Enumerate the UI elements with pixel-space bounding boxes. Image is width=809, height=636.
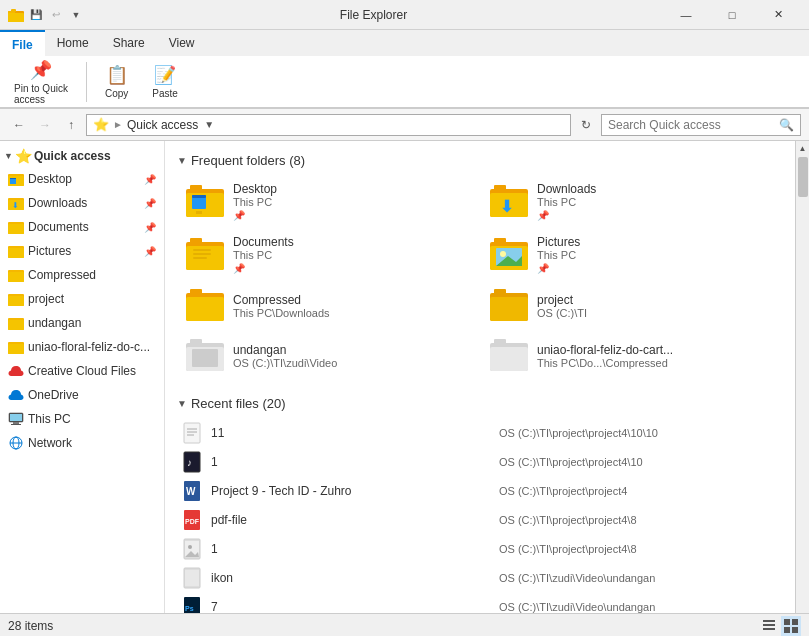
- sidebar-item-documents[interactable]: Documents 📌: [0, 215, 164, 239]
- sidebar-item-pictures[interactable]: Pictures 📌: [0, 239, 164, 263]
- documents-folder-name: Documents: [233, 235, 471, 249]
- sidebar-item-compressed[interactable]: Compressed: [0, 263, 164, 287]
- quickaccess-chevron-icon: ▼: [4, 151, 13, 161]
- folder-item-compressed[interactable]: Compressed This PC\Downloads: [177, 282, 479, 330]
- svg-rect-87: [792, 619, 798, 625]
- pin-icon: 📌: [144, 174, 156, 185]
- view-details-button[interactable]: [759, 616, 779, 636]
- tab-home[interactable]: Home: [45, 30, 101, 56]
- view-buttons: [759, 616, 801, 636]
- star-icon: ⭐: [15, 148, 32, 164]
- svg-rect-32: [190, 185, 202, 191]
- onedrive-label: OneDrive: [28, 388, 156, 402]
- compressed-folder-name: Compressed: [233, 293, 471, 307]
- svg-rect-85: [763, 628, 775, 630]
- view-tiles-button[interactable]: [781, 616, 801, 636]
- downloads-label: Downloads: [28, 196, 140, 210]
- file-path-7-ps: OS (C:)\TI\zudi\Video\undangan: [499, 601, 779, 613]
- file-item-pdf[interactable]: PDF pdf-file OS (C:)\TI\project\project4…: [177, 506, 783, 534]
- maximize-button[interactable]: □: [709, 0, 755, 30]
- scroll-up-button[interactable]: ▲: [796, 141, 810, 155]
- file-icon-photoshop: Ps: [181, 596, 203, 613]
- sidebar-quickaccess-header[interactable]: ▼ ⭐ Quick access: [0, 145, 164, 167]
- ribbon-copy-btn[interactable]: 📋 Copy: [99, 60, 134, 103]
- up-button[interactable]: ↑: [60, 114, 82, 136]
- ribbon-paste-btn[interactable]: 📝 Paste: [146, 60, 184, 103]
- sidebar-item-project[interactable]: project: [0, 287, 164, 311]
- sidebar-item-onedrive[interactable]: OneDrive: [0, 383, 164, 407]
- search-icon: 🔍: [779, 118, 794, 132]
- folder-item-downloads[interactable]: ⬇ Downloads This PC 📌: [481, 176, 783, 227]
- refresh-button[interactable]: ↻: [575, 114, 597, 136]
- svg-text:W: W: [186, 486, 196, 497]
- dropdown-icon[interactable]: ▼: [68, 7, 84, 23]
- folder-item-project[interactable]: project OS (C:)\TI: [481, 282, 783, 330]
- file-item-11[interactable]: 11 OS (C:)\TI\project\project4\10\10: [177, 419, 783, 447]
- sidebar-item-uniao[interactable]: uniao-floral-feliz-do-c...: [0, 335, 164, 359]
- svg-rect-89: [792, 627, 798, 633]
- frequent-chevron-icon[interactable]: ▼: [177, 155, 187, 166]
- sidebar-item-creative-cloud[interactable]: Creative Cloud Files: [0, 359, 164, 383]
- desktop-folder-pin-icon: 📌: [233, 210, 471, 221]
- path-dropdown-icon[interactable]: ▼: [204, 119, 214, 130]
- pictures-folder-icon-large: [489, 237, 529, 273]
- folder-item-documents[interactable]: Documents This PC 📌: [177, 229, 479, 280]
- sidebar-item-desktop[interactable]: Desktop 📌: [0, 167, 164, 191]
- folder-item-desktop[interactable]: Desktop This PC 📌: [177, 176, 479, 227]
- app-icon: [8, 7, 24, 23]
- file-name-1-img: 1: [211, 542, 491, 556]
- svg-rect-56: [490, 297, 528, 321]
- folder-item-uniao[interactable]: uniao-floral-feliz-do-cart... This PC\Do…: [481, 332, 783, 380]
- tab-file[interactable]: File: [0, 30, 45, 56]
- file-path-1-img: OS (C:)\TI\project\project4\8: [499, 543, 779, 555]
- folder-item-undangan[interactable]: undangan OS (C:)\TI\zudi\Video: [177, 332, 479, 380]
- forward-button[interactable]: →: [34, 114, 56, 136]
- folder-item-pictures[interactable]: Pictures This PC 📌: [481, 229, 783, 280]
- close-button[interactable]: ✕: [755, 0, 801, 30]
- downloads-folder-path: This PC: [537, 196, 775, 208]
- file-item-project9[interactable]: W Project 9 - Tech ID - Zuhro OS (C:)\TI…: [177, 477, 783, 505]
- pin-icon-pic: 📌: [144, 246, 156, 257]
- project-folder-path: OS (C:)\TI: [537, 307, 775, 319]
- svg-text:Ps: Ps: [185, 605, 194, 612]
- undangan-folder-name: undangan: [233, 343, 471, 357]
- search-input[interactable]: [608, 118, 775, 132]
- documents-folder-path: This PC: [233, 249, 471, 261]
- svg-rect-3: [11, 9, 16, 12]
- documents-label: Documents: [28, 220, 140, 234]
- file-item-1-img[interactable]: 1 OS (C:)\TI\project\project4\8: [177, 535, 783, 563]
- sidebar-item-downloads[interactable]: ⬇ Downloads 📌: [0, 191, 164, 215]
- title-bar-icons: 💾 ↩ ▼: [8, 7, 84, 23]
- minimize-button[interactable]: —: [663, 0, 709, 30]
- downloads-folder-pin-icon: 📌: [537, 210, 775, 221]
- file-item-ikon[interactable]: ikon OS (C:)\TI\zudi\Video\undangan: [177, 564, 783, 592]
- svg-rect-48: [494, 238, 506, 244]
- svg-rect-86: [784, 619, 790, 625]
- search-box[interactable]: 🔍: [601, 114, 801, 136]
- sidebar-item-this-pc[interactable]: This PC: [0, 407, 164, 431]
- recent-chevron-icon[interactable]: ▼: [177, 398, 187, 409]
- file-icon-text: [181, 422, 203, 444]
- back-button[interactable]: ←: [8, 114, 30, 136]
- file-name-pdf: pdf-file: [211, 513, 491, 527]
- file-item-7-ps[interactable]: Ps 7 OS (C:)\TI\zudi\Video\undangan: [177, 593, 783, 613]
- files-list: 11 OS (C:)\TI\project\project4\10\10 ♪ 1…: [177, 419, 783, 613]
- sidebar-item-undangan[interactable]: undangan: [0, 311, 164, 335]
- compressed-folder-info: Compressed This PC\Downloads: [233, 293, 471, 319]
- svg-text:♪: ♪: [187, 457, 192, 468]
- file-item-1-audio[interactable]: ♪ 1 OS (C:)\TI\project\project4\10: [177, 448, 783, 476]
- uniao-folder-icon: [8, 339, 24, 355]
- scrollbar[interactable]: ▲: [795, 141, 809, 613]
- tab-share[interactable]: Share: [101, 30, 157, 56]
- downloads-folder-icon-large: ⬇: [489, 184, 529, 220]
- sidebar-item-network[interactable]: Network: [0, 431, 164, 455]
- address-path[interactable]: ⭐ ► Quick access ▼: [86, 114, 571, 136]
- svg-rect-63: [490, 347, 528, 371]
- svg-rect-45: [193, 257, 207, 259]
- recent-section-header: ▼ Recent files (20): [177, 396, 783, 411]
- ribbon-pin-btn[interactable]: 📌 Pin to Quickaccess: [8, 55, 74, 109]
- tab-view[interactable]: View: [157, 30, 207, 56]
- status-items-count: 28 items: [8, 619, 53, 633]
- svg-rect-84: [763, 624, 775, 626]
- scroll-thumb[interactable]: [798, 157, 808, 197]
